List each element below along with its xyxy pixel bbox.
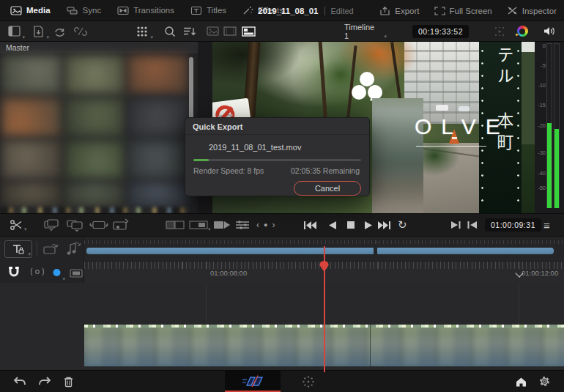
caret-down-icon: ▾: [384, 34, 387, 39]
tab-transitions-label: Transitions: [133, 6, 174, 15]
audio-meter: 0 -5 -10 -15 -20 -30 -40 -50: [535, 42, 564, 213]
meter-scale-label: -30: [535, 149, 546, 156]
inspector-label: Inspector: [522, 7, 557, 15]
view-thumbnail-button[interactable]: [204, 21, 220, 41]
unlink-clips-button[interactable]: [73, 21, 89, 41]
trim-mode-button[interactable]: [166, 214, 185, 236]
bin-header[interactable]: Master: [0, 42, 198, 53]
resync-button[interactable]: [51, 21, 67, 41]
export-progress-fill: [193, 159, 209, 161]
tab-titles-label: Titles: [207, 6, 226, 15]
stabilize-button[interactable]: [490, 21, 509, 41]
trash-icon: [63, 376, 74, 388]
color-wheel-icon: ✦: [517, 26, 528, 37]
media-thumbnail[interactable]: [1, 55, 62, 95]
delete-button[interactable]: [63, 371, 74, 392]
import-media-button[interactable]: ▾: [30, 21, 46, 41]
split-clip-button[interactable]: ▾: [10, 214, 26, 236]
cut-page-button[interactable]: [225, 371, 281, 392]
media-toolbar: ▾ ▾ ▾ Timeline 1: [0, 21, 564, 42]
sort-button[interactable]: [181, 21, 198, 41]
sync-clip-button[interactable]: [42, 241, 60, 259]
home-icon: [515, 376, 527, 388]
audio-monitor-button[interactable]: [540, 21, 559, 41]
trim-tool-button[interactable]: ▾: [4, 240, 32, 258]
tab-sync-label: Sync: [83, 6, 102, 15]
clip-edit-point[interactable]: [370, 325, 371, 366]
inspector-button[interactable]: Inspector: [507, 6, 557, 15]
project-title-group: 2019_11_08_01 Edited: [258, 0, 354, 21]
smart-insert-button[interactable]: [42, 214, 60, 236]
overwrite-clip-button[interactable]: [89, 214, 108, 236]
match-frame-button[interactable]: [467, 214, 478, 236]
go-to-start-button[interactable]: [303, 214, 317, 236]
scrubber-ticks: [84, 240, 564, 244]
cancel-button[interactable]: Cancel: [294, 181, 361, 196]
home-button[interactable]: [515, 371, 527, 392]
play-button[interactable]: [364, 214, 374, 236]
view-strip-button-active[interactable]: [240, 21, 257, 41]
panel-layout-button[interactable]: ▾: [6, 21, 22, 41]
ruler-timecode-label: 01:00:12:00: [522, 269, 558, 277]
media-thumbnail[interactable]: [64, 140, 125, 180]
search-button[interactable]: [162, 21, 178, 41]
caret-down-icon: ▾: [150, 34, 153, 40]
media-thumbnail[interactable]: [127, 182, 188, 207]
sync-audio-button[interactable]: [64, 240, 82, 259]
tab-titles[interactable]: Titles: [190, 6, 226, 15]
play-reverse-button[interactable]: [327, 214, 337, 236]
play-around-button[interactable]: [450, 214, 461, 236]
media-filmstrip-row[interactable]: [0, 207, 189, 213]
media-thumbnail[interactable]: [64, 55, 125, 95]
tab-sync[interactable]: Sync: [67, 6, 102, 15]
undo-button[interactable]: [13, 371, 26, 392]
timeline-options-button[interactable]: ≡: [543, 214, 550, 236]
go-to-end-button[interactable]: [377, 214, 391, 236]
tools-button[interactable]: [235, 214, 250, 236]
color-grade-button[interactable]: ✦: [513, 21, 532, 41]
flag-clip-button[interactable]: [70, 267, 83, 281]
thumbnail-grid-button[interactable]: ▾: [133, 21, 151, 41]
jog-control[interactable]: ‹ ● ›: [256, 214, 279, 236]
gear-icon: [538, 375, 551, 388]
media-thumbnail[interactable]: [127, 55, 188, 95]
meter-level-right: [554, 129, 559, 208]
tab-media[interactable]: Media: [10, 6, 51, 15]
render-speed-label: Render Speed: 8 fps: [193, 166, 264, 175]
tab-transitions[interactable]: Transitions: [117, 6, 174, 15]
redo-button[interactable]: [38, 371, 51, 392]
boring-detector-button[interactable]: [213, 214, 231, 236]
fullscreen-button[interactable]: Full Screen: [434, 7, 492, 15]
media-thumbnail[interactable]: [127, 140, 188, 180]
media-thumbnail[interactable]: [1, 182, 62, 207]
cancel-button-label: Cancel: [315, 184, 340, 193]
track-area[interactable]: [0, 283, 564, 370]
export-button[interactable]: Export: [379, 6, 419, 16]
place-on-top-button[interactable]: [111, 214, 130, 236]
parked-car: [459, 106, 470, 111]
color-page-button[interactable]: [302, 371, 315, 392]
view-filmstrip-button[interactable]: [222, 21, 238, 41]
meter-scale-label: -15: [535, 102, 546, 108]
caret-down-icon: ▾: [208, 226, 211, 232]
export-progress-bar: [193, 159, 361, 161]
scrubber-segment[interactable]: [86, 248, 374, 254]
media-thumbnail[interactable]: [1, 97, 62, 137]
scrubber-segment[interactable]: [377, 248, 554, 254]
ruler-major-tick: [206, 262, 207, 269]
jog-right-glyph: ›: [272, 220, 279, 230]
loop-button[interactable]: ↻: [398, 214, 407, 236]
stop-button[interactable]: [346, 214, 355, 236]
playhead-timecode: 01:00:09:31: [485, 214, 541, 236]
trim-view-button[interactable]: ▾: [189, 214, 211, 236]
timeline-selector[interactable]: Timeline 1 ▾: [344, 21, 381, 41]
audio-scrub-button[interactable]: [29, 267, 45, 280]
media-thumbnail[interactable]: [1, 140, 62, 180]
media-thumbnail[interactable]: [64, 182, 125, 207]
media-thumbnail[interactable]: [64, 97, 125, 137]
marker-button[interactable]: ▾: [52, 267, 62, 281]
settings-button[interactable]: [538, 371, 551, 392]
append-clip-button[interactable]: [66, 214, 84, 236]
snapping-button[interactable]: [7, 265, 21, 281]
media-thumbnail[interactable]: [127, 97, 188, 137]
